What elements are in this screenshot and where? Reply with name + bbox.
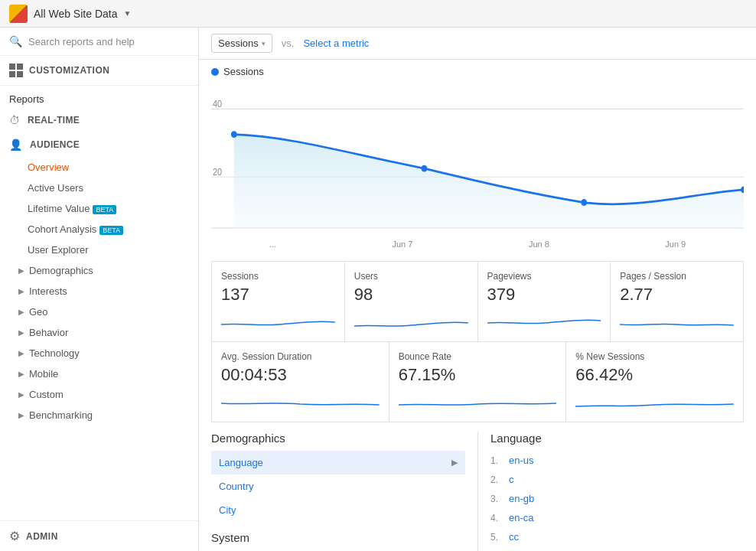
lang-value-5[interactable]: cc: [509, 531, 519, 543]
metric-pageviews: Pageviews 379: [478, 261, 611, 342]
metric-avg-sparkline: [221, 390, 380, 412]
customization-label: CUSTOMIZATION: [29, 65, 109, 76]
sidebar-item-demographics[interactable]: ▶ Demographics: [0, 260, 198, 281]
metric-new-sessions-value: 66.42%: [575, 365, 734, 385]
list-item: 4. en-ca: [490, 508, 744, 527]
list-item: 5. cc: [490, 527, 744, 546]
sidebar-item-mobile[interactable]: ▶ Mobile: [0, 364, 198, 384]
metric-bounce-sparkline: [399, 390, 557, 412]
technology-expand-icon: ▶: [18, 349, 24, 357]
admin-section[interactable]: ⚙ ADMIN: [0, 520, 198, 551]
x-label-1: Jun 7: [392, 240, 412, 249]
mobile-expand-icon: ▶: [18, 370, 24, 378]
lang-value-3[interactable]: en-gb: [509, 493, 534, 504]
vs-label: vs.: [282, 37, 295, 49]
sidebar-item-benchmarking[interactable]: ▶ Benchmarking: [0, 405, 198, 425]
realtime-label: REAL-TIME: [28, 115, 80, 126]
sidebar-item-behavior[interactable]: ▶ Behavior: [0, 322, 198, 343]
sessions-dropdown[interactable]: Sessions ▾: [211, 34, 272, 53]
select-metric-link[interactable]: Select a metric: [303, 37, 369, 49]
metric-avg-value: 00:04:53: [221, 365, 380, 385]
site-dropdown-arrow[interactable]: ▼: [123, 9, 131, 18]
metric-pageviews-value: 379: [487, 285, 601, 305]
search-bar[interactable]: 🔍 Search reports and help: [0, 28, 198, 56]
svg-point-6: [421, 165, 427, 172]
demo-link-language[interactable]: Language ▶: [211, 451, 465, 474]
chart-area: Sessions 40: [199, 60, 756, 252]
custom-expand-icon: ▶: [18, 390, 24, 399]
metric-users-sparkline: [354, 309, 468, 332]
lang-num-1: 1.: [490, 455, 504, 466]
svg-point-5: [231, 131, 237, 138]
sessions-dropdown-arrow: ▾: [262, 40, 266, 47]
metric-new-sessions-label: % New Sessions: [575, 351, 734, 362]
x-label-2: Jun 8: [529, 240, 549, 249]
lang-value-1[interactable]: en-us: [509, 455, 534, 466]
sidebar-item-cohort-analysis[interactable]: Cohort AnalysisBETA: [0, 219, 198, 240]
sidebar-item-technology[interactable]: ▶ Technology: [0, 343, 198, 364]
customization-icon: [9, 64, 23, 77]
metric-users-value: 98: [354, 285, 468, 305]
metrics-top-grid: Sessions 137 Users 98 Pageviews: [211, 261, 744, 342]
lang-value-2[interactable]: c: [509, 474, 514, 485]
interests-label: Interests: [29, 285, 67, 297]
demo-link-country-label: Country: [219, 481, 254, 492]
sidebar: 🔍 Search reports and help CUSTOMIZATION …: [0, 28, 199, 551]
demo-link-city[interactable]: City: [211, 498, 465, 522]
admin-label: ADMIN: [26, 531, 58, 542]
search-icon: 🔍: [9, 35, 22, 47]
svg-text:20: 20: [213, 167, 222, 177]
list-item: 3. en-gb: [490, 489, 744, 508]
content-header: Sessions ▾ vs. Select a metric: [199, 28, 756, 60]
sidebar-item-audience[interactable]: 👤 AUDIENCE: [0, 132, 198, 157]
top-bar: All Web Site Data ▼: [0, 0, 756, 28]
metric-pages-session-value: 2.77: [620, 285, 734, 305]
lifetime-value-beta: BETA: [93, 205, 116, 214]
sidebar-item-custom[interactable]: ▶ Custom: [0, 384, 198, 405]
list-item: 1. en-us: [490, 451, 744, 470]
demo-link-language-label: Language: [219, 457, 263, 468]
realtime-icon: ⏱: [9, 114, 20, 126]
benchmarking-label: Benchmarking: [29, 409, 93, 421]
x-label-0: ...: [269, 240, 276, 249]
metric-pages-session: Pages / Session 2.77: [611, 261, 744, 342]
ga-logo: [9, 5, 28, 23]
chart-svg: 40 20: [211, 83, 744, 236]
site-title[interactable]: All Web Site Data: [34, 8, 117, 20]
system-title: System: [211, 531, 465, 544]
sidebar-item-interests[interactable]: ▶ Interests: [0, 281, 198, 302]
language-arrow-icon: ▶: [451, 458, 458, 468]
metric-pageviews-label: Pageviews: [487, 271, 601, 282]
sidebar-item-user-explorer[interactable]: User Explorer: [0, 240, 198, 260]
x-label-3: Jun 9: [665, 240, 686, 249]
sidebar-item-overview[interactable]: Overview: [0, 157, 198, 178]
metric-sessions: Sessions 137: [212, 261, 345, 342]
demo-left: Demographics Language ▶ Country City Sys…: [211, 432, 477, 551]
sidebar-item-realtime[interactable]: ⏱ REAL-TIME: [0, 108, 198, 132]
main-layout: 🔍 Search reports and help CUSTOMIZATION …: [0, 28, 756, 551]
metric-bounce-rate: Bounce Rate 67.15%: [389, 342, 567, 422]
svg-text:40: 40: [213, 99, 222, 109]
language-table-title: Language: [490, 432, 744, 445]
sidebar-item-geo[interactable]: ▶ Geo: [0, 302, 198, 322]
demo-link-country[interactable]: Country: [211, 474, 465, 498]
lang-num-4: 4.: [490, 513, 504, 523]
lang-value-4[interactable]: en-ca: [509, 512, 534, 523]
sessions-dropdown-label: Sessions: [218, 37, 259, 49]
metrics-bottom-grid: Avg. Session Duration 00:04:53 Bounce Ra…: [211, 342, 744, 422]
demographics-section: Demographics Language ▶ Country City Sys…: [211, 432, 744, 551]
technology-label: Technology: [29, 347, 80, 359]
sidebar-item-active-users[interactable]: Active Users: [0, 178, 198, 198]
legend-dot: [211, 68, 219, 76]
metric-new-sessions-sparkline: [575, 390, 734, 412]
customization-section[interactable]: CUSTOMIZATION: [0, 56, 198, 86]
legend-label: Sessions: [223, 66, 264, 77]
language-list: 1. en-us 2. c 3. en-gb 4. en-ca: [490, 451, 744, 546]
reports-header: Reports: [0, 86, 198, 108]
lang-num-5: 5.: [490, 532, 504, 543]
behavior-expand-icon: ▶: [18, 328, 24, 337]
search-input-placeholder[interactable]: Search reports and help: [28, 36, 135, 47]
metric-pageviews-sparkline: [487, 309, 601, 332]
sidebar-item-lifetime-value[interactable]: Lifetime ValueBETA: [0, 198, 198, 219]
custom-label: Custom: [29, 389, 64, 400]
